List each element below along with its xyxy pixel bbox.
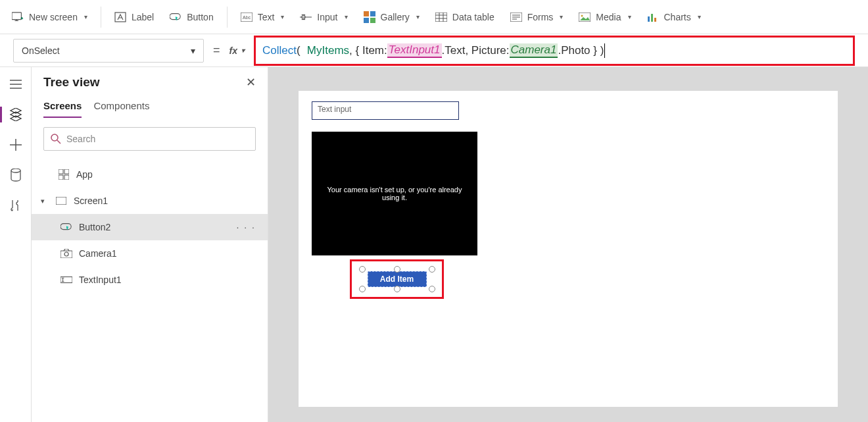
- data-icon[interactable]: [8, 167, 24, 183]
- charts-button[interactable]: Charts ▾: [640, 7, 708, 27]
- text-cursor: [604, 43, 605, 58]
- svg-rect-41: [59, 175, 63, 180]
- chevron-down-icon: ▾: [41, 197, 49, 205]
- close-icon[interactable]: ✕: [246, 75, 256, 90]
- label-button[interactable]: Label: [108, 7, 160, 27]
- forms-button[interactable]: Forms ▾: [504, 7, 570, 27]
- data-table-icon: [435, 11, 447, 23]
- resize-handle-nw[interactable]: [359, 266, 366, 273]
- forms-icon: [510, 11, 522, 23]
- label-icon: [114, 11, 126, 23]
- resize-handle-ne[interactable]: [429, 266, 435, 273]
- tree-node-screen1[interactable]: ▾ Screen1: [32, 188, 268, 214]
- svg-line-38: [57, 140, 60, 144]
- chevron-down-icon: ▾: [345, 13, 348, 20]
- formula-input[interactable]: Collect( MyItems, { Item: TextInput1.Tex…: [254, 36, 855, 66]
- design-canvas[interactable]: Text input Your camera isn't set up, or …: [299, 91, 838, 407]
- tab-components[interactable]: Components: [93, 100, 149, 118]
- canvas-camera[interactable]: Your camera isn't set up, or you're alre…: [312, 132, 477, 255]
- fx-button[interactable]: fx ▾: [229, 45, 245, 56]
- tree-tabs: Screens Components: [32, 90, 268, 118]
- tree-node-camera1[interactable]: Camera1: [32, 240, 268, 267]
- tab-screens[interactable]: Screens: [43, 100, 82, 118]
- charts-icon: [647, 11, 659, 23]
- tree-view-icon[interactable]: [8, 107, 24, 122]
- token-collection: MyItems: [307, 44, 349, 57]
- property-selector[interactable]: OnSelect ▾: [13, 39, 204, 63]
- tree-list: App ▾ Screen1 Button2 · · · Cam: [32, 157, 268, 293]
- tools-icon[interactable]: [8, 198, 24, 213]
- chevron-down-icon: ▾: [191, 45, 195, 56]
- canvas-area: Text input Your camera isn't set up, or …: [268, 67, 868, 422]
- token-paren: (: [297, 44, 301, 57]
- property-name: OnSelect: [22, 45, 60, 56]
- resize-handle-sw[interactable]: [359, 286, 366, 292]
- chevron-down-icon: ▾: [84, 13, 87, 20]
- tree-node-textinput1[interactable]: TextInput1: [32, 267, 268, 293]
- svg-rect-6: [170, 13, 180, 19]
- token-function: Collect: [262, 44, 297, 57]
- highlight-box: Add Item: [350, 259, 444, 299]
- button-icon: [60, 221, 72, 233]
- token-ref-camera: Camera1: [510, 43, 558, 58]
- media-button[interactable]: Media ▾: [572, 7, 637, 27]
- input-button[interactable]: Input ▾: [293, 7, 354, 27]
- svg-rect-28: [648, 16, 650, 22]
- tree-node-app[interactable]: App: [32, 161, 268, 188]
- active-indicator: [0, 107, 2, 122]
- search-input[interactable]: Search: [43, 127, 256, 151]
- main-area: Tree view ✕ Screens Components Search Ap…: [0, 67, 868, 422]
- svg-point-46: [64, 252, 68, 256]
- equals-sign: =: [213, 43, 220, 57]
- button-control-button[interactable]: Button: [163, 7, 220, 27]
- input-label: Input: [317, 12, 337, 22]
- tree-label: TextInput1: [79, 275, 122, 285]
- button-icon: [170, 11, 181, 23]
- svg-point-37: [51, 134, 58, 141]
- gallery-button[interactable]: Gallery ▾: [357, 7, 426, 27]
- gallery-icon: [364, 11, 375, 23]
- tree-node-button2[interactable]: Button2 · · ·: [32, 214, 268, 240]
- svg-text:Abc: Abc: [243, 15, 251, 20]
- canvas-button[interactable]: Add Item: [368, 271, 427, 287]
- svg-rect-0: [12, 12, 21, 19]
- gallery-label: Gallery: [381, 12, 410, 22]
- svg-rect-30: [654, 18, 656, 22]
- tree-view-title: Tree view: [43, 75, 100, 90]
- canvas-textinput[interactable]: Text input: [312, 101, 459, 120]
- forms-label: Forms: [527, 12, 554, 22]
- selection-wrapper: Add Item: [362, 269, 433, 290]
- resize-handle-n[interactable]: [394, 266, 400, 273]
- svg-rect-16: [370, 18, 375, 23]
- chevron-down-icon: ▾: [698, 13, 701, 20]
- svg-rect-43: [56, 197, 66, 205]
- svg-rect-29: [651, 14, 653, 22]
- charts-label: Charts: [664, 12, 691, 22]
- text-label: Text: [258, 12, 275, 22]
- svg-rect-42: [64, 175, 69, 180]
- new-screen-button[interactable]: New screen ▾: [5, 7, 94, 27]
- new-screen-label: New screen: [29, 12, 78, 22]
- chevron-down-icon: ▾: [281, 13, 284, 20]
- text-button[interactable]: Abc Text ▾: [234, 7, 291, 27]
- media-icon: [579, 11, 591, 23]
- ribbon-toolbar: New screen ▾ Label Button Abc Text ▾ Inp…: [0, 0, 868, 34]
- more-icon[interactable]: · · ·: [237, 222, 256, 232]
- media-label: Media: [596, 12, 621, 22]
- data-table-button[interactable]: Data table: [429, 7, 501, 27]
- resize-handle-s[interactable]: [394, 286, 400, 292]
- hamburger-icon[interactable]: [8, 76, 24, 92]
- insert-icon[interactable]: [8, 137, 24, 153]
- svg-point-36: [11, 169, 20, 172]
- resize-handle-se[interactable]: [429, 286, 435, 292]
- svg-rect-39: [59, 169, 63, 174]
- svg-rect-15: [364, 18, 369, 23]
- text-icon: Abc: [241, 11, 253, 23]
- divider: [227, 7, 228, 28]
- input-icon: [300, 11, 312, 23]
- tree-label: App: [76, 169, 93, 180]
- chevron-down-icon: ▾: [628, 13, 631, 20]
- new-screen-icon: [12, 11, 24, 23]
- button-text: Add Item: [380, 275, 414, 284]
- camera-message: Your camera isn't set up, or you're alre…: [318, 186, 471, 201]
